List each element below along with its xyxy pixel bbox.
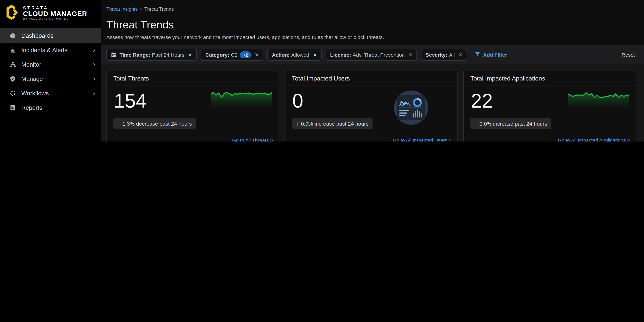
close-icon[interactable] — [458, 52, 462, 58]
total-impacted-users-card: Total Impacted Users 0 — [285, 70, 458, 142]
arrow-up-icon: ↑ — [474, 120, 478, 127]
filter-chip-category[interactable]: Category: C2 +2 — [201, 49, 263, 61]
card-header: Total Threats — [107, 71, 279, 86]
page-title: Threat Trends — [106, 18, 636, 31]
strata-cloud-manager-app: STRATA CLOUD MANAGER BY PALO ALTO NETWOR… — [0, 0, 644, 142]
applications-sparkline-chart — [568, 90, 629, 111]
go-to-all-impacted-applications-link[interactable]: Go to All Impacted Applications > — [558, 138, 630, 142]
calendar-icon — [111, 52, 116, 58]
shield-check-icon — [9, 75, 16, 82]
card-header: Total Impacted Applications — [464, 71, 636, 86]
sidebar-item-label: Manage — [21, 76, 90, 82]
card-title: Total Impacted Applications — [470, 74, 545, 82]
spinner-icon — [9, 90, 16, 96]
main-content: Threat Insights › Threat Trends Threat T… — [101, 0, 644, 142]
sidebar-item-monitor[interactable]: Monitor — [0, 57, 101, 72]
card-footer: Go to All Impacted Users > — [285, 134, 457, 142]
change-indicator: ↑ 0.0% increase past 24 hours — [292, 118, 373, 129]
sidebar-item-label: Dashboards — [21, 32, 95, 39]
add-filter-label: Add Filter — [483, 52, 507, 58]
card-title: Total Threats — [113, 74, 149, 82]
total-threats-card: Total Threats 154 ↓ 1.3% decrease past 2… — [106, 70, 279, 142]
card-footer: Go to All Threats > — [107, 134, 279, 142]
sidebar-nav: Dashboards Incidents & Alerts Monitor Ma… — [0, 28, 101, 114]
strata-logo-text: STRATA CLOUD MANAGER BY PALO ALTO NETWOR… — [23, 6, 87, 20]
card-body: 22 ↑ 0.0% increase past 24 hours — [464, 85, 636, 134]
siren-icon — [9, 46, 16, 54]
breadcrumb-threat-insights[interactable]: Threat Insights — [106, 6, 138, 11]
kpi-value: 0 — [292, 90, 303, 112]
sidebar-item-label: Reports — [21, 104, 95, 111]
sidebar: STRATA CLOUD MANAGER BY PALO ALTO NETWOR… — [0, 0, 101, 142]
kpi-card-row: Total Threats 154 ↓ 1.3% decrease past 2… — [106, 70, 636, 142]
gauge-icon — [9, 32, 16, 39]
arrow-down-icon: ↓ — [118, 120, 120, 127]
dashboard-content: Total Threats 154 ↓ 1.3% decrease past 2… — [101, 64, 644, 142]
card-body: 154 ↓ 1.3% decrease past 24 hours — [107, 85, 279, 134]
no-data-illustration — [389, 87, 434, 128]
reset-filters-button[interactable]: Reset — [622, 52, 635, 58]
breadcrumb-current: Threat Trends — [144, 6, 174, 11]
change-indicator: ↑ 0.0% increase past 24 hours — [470, 118, 551, 129]
sidebar-item-workflows[interactable]: Workflows — [0, 86, 101, 100]
card-header: Total Impacted Users — [285, 71, 457, 86]
page-header: Threat Insights › Threat Trends Threat T… — [101, 0, 644, 40]
page-subtitle: Assess how threats traverse your network… — [106, 34, 636, 40]
go-to-all-impacted-users-link[interactable]: Go to All Impacted Users > — [393, 138, 452, 142]
change-text: 0.0% increase past 24 hours — [480, 120, 547, 127]
change-indicator: ↓ 1.3% decrease past 24 hours — [113, 118, 196, 129]
filter-chip-severity[interactable]: Severity: All — [421, 49, 467, 61]
report-icon — [9, 104, 16, 111]
breadcrumb-separator-icon: › — [140, 6, 142, 12]
filter-value: C2 — [231, 52, 238, 58]
close-icon[interactable] — [313, 52, 317, 58]
strata-logo[interactable]: STRATA CLOUD MANAGER BY PALO ALTO NETWOR… — [0, 0, 101, 26]
card-body: 0 — [285, 85, 457, 134]
breadcrumb: Threat Insights › Threat Trends — [106, 6, 636, 12]
go-to-all-threats-link[interactable]: Go to All Threats > — [232, 138, 273, 142]
add-filter-button[interactable]: Add Filter — [475, 51, 507, 58]
filter-chip-action[interactable]: Action: Allowed — [267, 49, 322, 61]
logo-line3: BY PALO ALTO NETWORKS — [23, 18, 87, 20]
logo-line1: STRATA — [23, 6, 87, 10]
filter-value: Adv. Threat Prevention — [353, 52, 405, 58]
card-title: Total Impacted Users — [292, 74, 350, 82]
filter-value: Past 24 Hours — [152, 52, 184, 58]
total-impacted-applications-card: Total Impacted Applications 22 ↑ 0.0% in… — [464, 70, 636, 142]
filter-label: Category: — [206, 52, 230, 58]
sidebar-item-dashboards[interactable]: Dashboards — [0, 28, 101, 43]
filter-label: Action: — [272, 52, 290, 58]
category-more-badge[interactable]: +2 — [240, 51, 251, 58]
kpi-value: 22 — [471, 90, 493, 112]
sidebar-item-reports[interactable]: Reports — [0, 100, 101, 114]
sidebar-item-manage[interactable]: Manage — [0, 72, 101, 86]
filter-label: Severity: — [426, 52, 447, 58]
filter-chip-time-range[interactable]: Time Range: Past 24 Hours — [106, 49, 197, 61]
sitemap-icon — [9, 61, 16, 68]
change-text: 0.0% increase past 24 hours — [301, 120, 368, 127]
logo-line2: CLOUD MANAGER — [23, 10, 87, 17]
close-icon[interactable] — [255, 52, 259, 58]
kpi-value: 154 — [114, 90, 146, 112]
filter-chip-license[interactable]: License: Adv. Threat Prevention — [326, 49, 417, 61]
strata-logo-icon — [4, 4, 19, 22]
close-icon[interactable] — [188, 52, 192, 58]
change-text: 1.3% decrease past 24 hours — [122, 120, 192, 127]
sidebar-item-incidents-alerts[interactable]: Incidents & Alerts — [0, 43, 101, 57]
sidebar-item-label: Incidents & Alerts — [21, 46, 90, 53]
filter-label: License: — [330, 52, 351, 58]
card-footer: Go to All Impacted Applications > — [464, 134, 636, 142]
filter-bar: Time Range: Past 24 Hours Category: C2 +… — [101, 45, 644, 64]
filter-value: Allowed — [291, 52, 309, 58]
sidebar-item-label: Monitor — [21, 61, 90, 68]
filter-label: Time Range: — [120, 52, 150, 58]
funnel-icon — [475, 51, 480, 58]
sidebar-spacer — [0, 114, 101, 142]
close-icon[interactable] — [408, 52, 412, 58]
filter-value: All — [449, 52, 455, 58]
threats-sparkline-chart — [211, 90, 272, 111]
arrow-up-icon: ↑ — [296, 120, 299, 127]
sidebar-item-label: Workflows — [21, 90, 90, 96]
